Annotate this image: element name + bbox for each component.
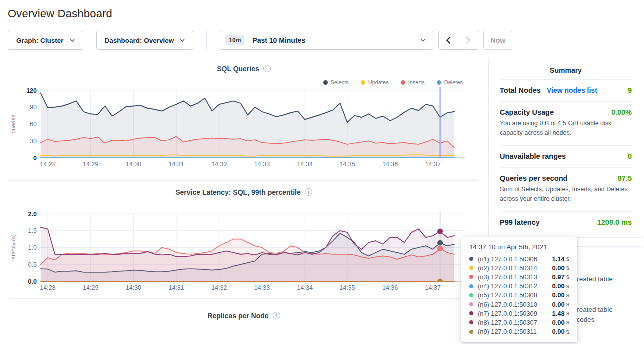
svg-text:0: 0 (33, 155, 37, 162)
summary-description: You are using 0 B of 4.5 GiB usable disk… (500, 119, 632, 138)
node-latency-value: 0.00 (552, 301, 564, 308)
latency-unit: s (566, 255, 569, 262)
dashboard-selector-label: Dashboard: Overview (105, 37, 174, 44)
graph-selector-label: Graph: Cluster (16, 37, 64, 44)
legend-item: Inserts (401, 78, 425, 86)
svg-text:queries: queries (10, 114, 16, 133)
svg-text:14:29: 14:29 (83, 161, 98, 168)
svg-text:14:28: 14:28 (40, 161, 55, 168)
sql-queries-card: SQL Queries SelectsUpdatesInsertsDeletes… (8, 57, 479, 175)
svg-text:14:33: 14:33 (254, 284, 270, 291)
node-address: (n8) 127.0.0.1:50307 (478, 319, 537, 326)
node-address: (n3) 127.0.0.1:50313 (478, 273, 537, 281)
node-address: (n4) 127.0.0.1:50312 (478, 282, 537, 290)
tooltip-node-row: (n5) 127.0.0.1:503080.00s (469, 291, 569, 300)
chart-title: Replicas per Node (207, 312, 268, 320)
node-latency-value: 1.48 (552, 310, 564, 317)
legend-label: Deletes (444, 79, 463, 85)
tooltip-node-row: (n7) 127.0.0.1:503091.48s (469, 309, 569, 318)
latency-unit: s (566, 292, 569, 299)
info-icon[interactable] (263, 65, 271, 72)
svg-text:latency (s): latency (s) (10, 234, 16, 261)
summary-row-capacity-usage: Capacity Usage 0.00% You are using 0 B o… (500, 101, 632, 145)
graph-selector-button[interactable]: Graph: Cluster (8, 31, 83, 50)
svg-text:14:32: 14:32 (211, 284, 227, 291)
replicas-per-node-card: Replicas per Node (8, 304, 479, 344)
next-time-button[interactable] (458, 31, 478, 50)
node-color-dot (469, 302, 473, 306)
chart-title: Service Latency: SQL, 99th percentile (175, 188, 301, 196)
time-range-label: Past 10 Minutes (252, 36, 305, 44)
svg-text:90: 90 (30, 104, 37, 111)
latency-unit: s (566, 264, 569, 271)
latency-unit: s (566, 301, 569, 308)
node-latency-value: 0.00 (552, 291, 564, 299)
summary-label: Total Nodes (500, 86, 541, 94)
latency-unit: s (566, 319, 569, 326)
svg-text:1.5: 1.5 (28, 227, 37, 234)
node-address: (n6) 127.0.0.1:50310 (478, 301, 537, 308)
node-latency-value: 0.97 (552, 273, 564, 281)
time-step-buttons (438, 31, 478, 50)
latency-unit: s (566, 310, 569, 317)
dashboard-selector-button[interactable]: Dashboard: Overview (96, 31, 194, 50)
info-icon[interactable] (305, 188, 312, 196)
svg-text:14:35: 14:35 (339, 284, 355, 291)
hover-tooltip: 14:37:10 on Apr 5th, 2021 (n1) 127.0.0.1… (461, 237, 577, 342)
node-latency-value: 0.00 (552, 282, 564, 290)
chevron-down-icon (420, 38, 426, 42)
summary-value: 9 (628, 86, 632, 94)
latency-unit: s (566, 283, 569, 290)
node-address: (n5) 127.0.0.1:50308 (478, 291, 537, 299)
view-nodes-link[interactable]: View nodes list (547, 86, 597, 94)
svg-text:14:31: 14:31 (168, 161, 184, 168)
tooltip-node-row: (n4) 127.0.0.1:503120.00s (469, 282, 569, 291)
node-address: (n9) 127.0.0.1:50311 (478, 328, 537, 335)
chart-legend (8, 202, 479, 210)
summary-value: 1208.0 ms (597, 218, 632, 226)
legend-dot (323, 80, 328, 85)
controls-bar: Graph: Cluster Dashboard: Overview 10m P… (8, 31, 636, 50)
node-color-dot (469, 311, 473, 315)
now-button[interactable]: Now (483, 31, 512, 50)
summary-value: 87.5 (618, 174, 632, 182)
legend-dot (401, 80, 405, 85)
info-icon[interactable] (273, 312, 280, 319)
svg-text:14:37: 14:37 (425, 161, 441, 168)
legend-label: Updates (368, 79, 389, 85)
svg-text:14:30: 14:30 (126, 161, 141, 168)
summary-label: P99 latency (500, 218, 540, 226)
service-latency-chart[interactable]: 14:2814:2914:3014:3114:3214:3314:3414:35… (8, 211, 479, 295)
time-range-badge: 10m (225, 35, 244, 45)
sql-queries-chart[interactable]: 14:2814:2914:3014:3114:3214:3314:3414:35… (8, 87, 479, 171)
tooltip-timestamp: 14:37:10 on Apr 5th, 2021 (469, 243, 569, 251)
prev-time-button[interactable] (438, 31, 458, 50)
svg-text:120: 120 (26, 87, 37, 94)
summary-panel: Summary Total Nodes View nodes list 9 Ca… (488, 57, 643, 238)
time-range-picker[interactable]: 10m Past 10 Minutes (220, 31, 433, 50)
legend-dot (437, 80, 441, 85)
svg-text:2.0: 2.0 (28, 211, 37, 218)
latency-unit: s (566, 328, 569, 335)
node-address: (n2) 127.0.0.1:50314 (478, 264, 537, 272)
svg-text:14:29: 14:29 (83, 284, 98, 291)
summary-row-p99-latency: P99 latency 1208.0 ms (500, 211, 632, 233)
svg-text:1.0: 1.0 (28, 244, 37, 251)
node-color-dot (469, 320, 473, 324)
tooltip-node-row: (n8) 127.0.0.1:503070.00s (469, 318, 569, 327)
node-color-dot (469, 284, 473, 288)
node-color-dot (469, 330, 473, 334)
chevron-right-icon (466, 36, 470, 44)
chart-title: SQL Queries (217, 65, 259, 73)
svg-text:14:36: 14:36 (382, 161, 398, 168)
summary-label: Queries per second (500, 174, 567, 182)
svg-text:14:31: 14:31 (168, 284, 184, 291)
legend-label: Selects (331, 79, 349, 85)
summary-row-unavailable-ranges: Unavailable ranges 0 (500, 145, 632, 167)
summary-title: Summary (500, 64, 632, 79)
node-latency-value: 0.00 (552, 319, 564, 326)
node-latency-value: 0.00 (552, 264, 564, 272)
node-address: (n7) 127.0.0.1:50309 (478, 310, 537, 317)
svg-text:0.5: 0.5 (28, 261, 37, 268)
tooltip-node-row: (n9) 127.0.0.1:503110.00s (469, 327, 569, 336)
